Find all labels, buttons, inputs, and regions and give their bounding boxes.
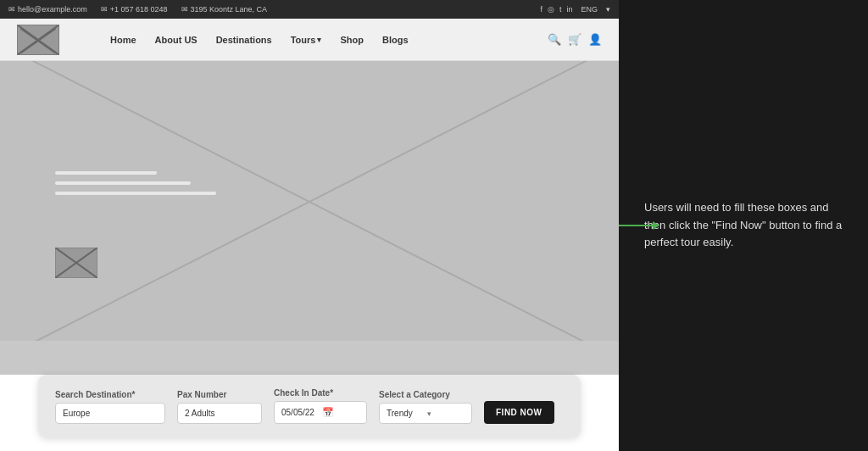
destination-input[interactable] <box>55 403 165 424</box>
instagram-icon[interactable]: ◎ <box>548 5 554 14</box>
search-bar: Search Destination* Pax Number Check In … <box>38 375 581 437</box>
nav-links: Home About US Destinations Tours ▾ Shop … <box>110 35 548 45</box>
checkin-label: Check In Date* <box>274 388 367 398</box>
facebook-icon[interactable]: f <box>540 5 542 14</box>
find-now-button[interactable]: FIND NOW <box>484 401 554 424</box>
hero-text-lines <box>55 171 216 195</box>
address-contact: ✉ 3195 Koontz Lane, CA <box>181 5 268 14</box>
address-text: 3195 Koontz Lane, CA <box>191 5 268 14</box>
annotation-arrow <box>619 221 659 230</box>
text-line-2 <box>55 181 191 185</box>
checkin-value: 05/05/22 <box>281 408 319 417</box>
destination-label: Search Destination* <box>55 390 165 399</box>
top-bar-right: f ◎ t in ENG ▾ <box>540 5 610 14</box>
pax-input[interactable] <box>177 403 262 424</box>
top-bar: ✉ hello@example.com ✉ +1 057 618 0248 ✉ … <box>0 0 619 19</box>
category-value: Trendy <box>387 409 424 418</box>
website-mockup: ✉ hello@example.com ✉ +1 057 618 0248 ✉ … <box>0 0 619 451</box>
select-arrow-icon: ▾ <box>427 409 465 418</box>
category-field-group: Select a Category Trendy ▾ <box>379 390 472 424</box>
checkin-input[interactable]: 05/05/22 📅 <box>274 401 367 424</box>
annotation-text: Users will need to fill these boxes and … <box>644 199 843 252</box>
envelope-icon: ✉ <box>8 5 15 14</box>
logo <box>17 25 59 55</box>
annotation-panel: Users will need to fill these boxes and … <box>619 0 868 451</box>
phone-contact: ✉ +1 057 618 0248 <box>101 5 168 14</box>
destination-field-group: Search Destination* <box>55 390 165 424</box>
search-icon[interactable]: 🔍 <box>548 33 561 46</box>
nav-home[interactable]: Home <box>110 35 136 45</box>
pax-field-group: Pax Number <box>177 390 262 424</box>
language-selector[interactable]: ENG <box>581 5 598 14</box>
arrow-shaft <box>619 225 653 226</box>
social-icons: f ◎ t in <box>540 5 572 14</box>
category-select[interactable]: Trendy ▾ <box>379 403 472 424</box>
text-line-1 <box>55 171 157 175</box>
category-label: Select a Category <box>379 390 472 399</box>
phone-text: +1 057 618 0248 <box>110 5 168 14</box>
hero-x-line2 <box>0 61 619 341</box>
hero-area <box>0 61 619 341</box>
calendar-icon: 📅 <box>322 407 359 418</box>
linkedin-icon[interactable]: in <box>566 5 572 14</box>
arrow-head <box>653 221 659 230</box>
pax-label: Pax Number <box>177 390 262 399</box>
checkin-field-group: Check In Date* 05/05/22 📅 <box>274 388 367 424</box>
phone-icon: ✉ <box>101 5 108 14</box>
cart-icon[interactable]: 🛒 <box>568 33 581 46</box>
twitter-icon[interactable]: t <box>559 5 562 14</box>
text-line-3 <box>55 192 216 195</box>
nav-about[interactable]: About US <box>155 35 198 45</box>
nav-destinations[interactable]: Destinations <box>216 35 272 45</box>
nav-icons: 🔍 🛒 👤 <box>548 33 602 46</box>
nav-tours[interactable]: Tours ▾ <box>291 35 322 45</box>
user-icon[interactable]: 👤 <box>588 33 602 46</box>
email-contact: ✉ hello@example.com <box>8 5 87 14</box>
nav-bar: Home About US Destinations Tours ▾ Shop … <box>0 19 619 61</box>
hero-logo-placeholder <box>55 248 97 278</box>
svg-line-0 <box>17 25 59 55</box>
nav-blogs[interactable]: Blogs <box>382 35 409 45</box>
nav-shop[interactable]: Shop <box>340 35 364 45</box>
location-icon: ✉ <box>181 5 188 14</box>
language-dropdown-icon: ▾ <box>606 5 610 14</box>
email-text: hello@example.com <box>18 5 87 14</box>
search-fields: Search Destination* Pax Number Check In … <box>55 388 564 424</box>
